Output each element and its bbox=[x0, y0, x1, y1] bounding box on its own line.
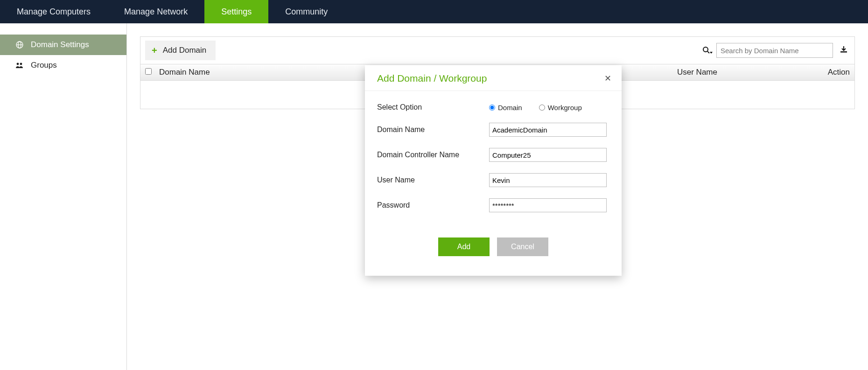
users-icon bbox=[15, 62, 24, 69]
modal-title: Add Domain / Workgroup bbox=[377, 73, 487, 84]
sidebar-item-domain-settings[interactable]: Domain Settings bbox=[0, 35, 126, 55]
search-input[interactable] bbox=[716, 43, 833, 58]
tab-manage-computers[interactable]: Manage Computers bbox=[0, 0, 107, 23]
tab-manage-network[interactable]: Manage Network bbox=[107, 0, 204, 23]
globe-icon bbox=[15, 41, 24, 49]
radio-workgroup-text: Workgroup bbox=[548, 104, 582, 112]
panel-toolbar: + Add Domain bbox=[140, 37, 854, 64]
svg-rect-8 bbox=[840, 51, 847, 53]
tab-settings[interactable]: Settings bbox=[204, 0, 268, 23]
column-user-name[interactable]: User Name bbox=[677, 68, 808, 77]
tab-community[interactable]: Community bbox=[268, 0, 344, 23]
modal-close-button[interactable]: ✕ bbox=[604, 73, 611, 84]
domain-name-input[interactable] bbox=[489, 123, 607, 137]
sidebar-item-label: Domain Settings bbox=[31, 40, 89, 49]
top-nav: Manage Computers Manage Network Settings… bbox=[0, 0, 868, 23]
plus-icon: + bbox=[152, 45, 157, 56]
select-all-checkbox[interactable] bbox=[145, 68, 152, 75]
user-name-input[interactable] bbox=[489, 173, 607, 187]
main-content: + Add Domain Domain Name User Name bbox=[127, 23, 868, 370]
radio-domain[interactable] bbox=[489, 105, 495, 111]
radio-workgroup-label[interactable]: Workgroup bbox=[539, 104, 582, 112]
add-domain-modal: Add Domain / Workgroup ✕ Select Option D… bbox=[365, 65, 622, 276]
password-input[interactable] bbox=[489, 198, 607, 212]
cancel-button[interactable]: Cancel bbox=[497, 237, 548, 256]
column-action: Action bbox=[808, 68, 850, 77]
sidebar-item-label: Groups bbox=[31, 61, 57, 70]
controller-name-input[interactable] bbox=[489, 148, 607, 162]
controller-name-label: Domain Controller Name bbox=[377, 151, 489, 159]
radio-domain-label[interactable]: Domain bbox=[489, 104, 522, 112]
radio-workgroup[interactable] bbox=[539, 105, 545, 111]
svg-point-4 bbox=[20, 63, 22, 65]
add-button[interactable]: Add bbox=[438, 237, 490, 256]
svg-line-6 bbox=[707, 51, 709, 53]
close-icon: ✕ bbox=[604, 74, 611, 83]
domain-name-label: Domain Name bbox=[377, 126, 489, 134]
download-icon[interactable] bbox=[837, 46, 851, 55]
search-dropdown-icon[interactable] bbox=[702, 46, 713, 55]
sidebar-item-groups[interactable]: Groups bbox=[0, 55, 126, 76]
radio-domain-text: Domain bbox=[498, 104, 522, 112]
user-name-label: User Name bbox=[377, 176, 489, 184]
svg-point-3 bbox=[17, 63, 19, 65]
add-domain-label: Add Domain bbox=[163, 46, 207, 55]
add-domain-button[interactable]: + Add Domain bbox=[145, 41, 216, 60]
svg-point-5 bbox=[703, 47, 708, 52]
select-option-label: Select Option bbox=[377, 103, 489, 112]
svg-marker-7 bbox=[710, 52, 713, 54]
password-label: Password bbox=[377, 201, 489, 209]
sidebar: Domain Settings Groups bbox=[0, 23, 127, 370]
